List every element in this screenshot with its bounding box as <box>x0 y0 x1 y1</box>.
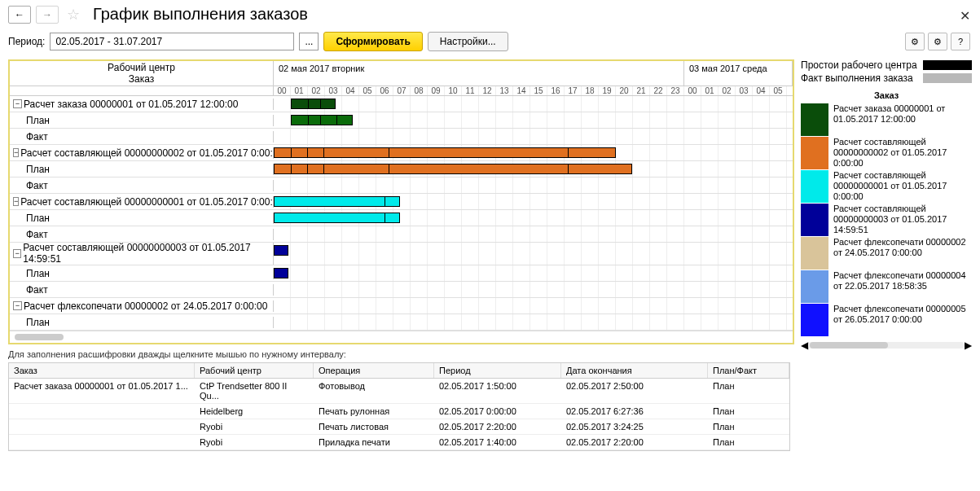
table-header[interactable]: Операция <box>314 363 434 378</box>
expander-icon[interactable]: − <box>13 249 21 258</box>
gantt-row-chart[interactable] <box>274 298 793 313</box>
help-button[interactable]: ? <box>951 33 970 50</box>
gantt-row[interactable]: План <box>10 314 793 331</box>
table-header[interactable]: План/Факт <box>708 363 789 378</box>
legend-item: Расчет заказа 00000001 от 01.05.2017 12:… <box>801 103 972 136</box>
hour-cell: 06 <box>376 86 393 95</box>
gantt-row[interactable]: −Расчет составляющей 00000000002 от 01.0… <box>10 145 793 161</box>
table-cell: Печать рулонная <box>314 404 434 419</box>
table-row[interactable]: RyobiПриладка печати02.05.2017 1:40:0002… <box>9 435 789 450</box>
expander-icon[interactable]: − <box>13 197 19 206</box>
gantt-row-chart[interactable] <box>274 282 793 297</box>
gantt-row[interactable]: План <box>10 210 793 226</box>
hour-cell: 20 <box>616 86 633 95</box>
table-header[interactable]: Период <box>434 363 561 378</box>
gantt-bar[interactable] <box>291 115 353 125</box>
gantt-row[interactable]: План <box>10 161 793 178</box>
period-label: Период: <box>8 36 45 47</box>
table-cell: 02.05.2017 3:24:25 <box>561 419 708 434</box>
gantt-row-chart[interactable] <box>274 161 793 177</box>
legend-item: Расчет флексопечати 00000002 от 24.05.20… <box>801 237 972 270</box>
expander-icon[interactable]: − <box>13 148 19 157</box>
page-title: График выполнения заказов <box>93 5 308 24</box>
settings-button[interactable]: Настройки... <box>428 32 508 51</box>
legend-swatch <box>801 137 828 169</box>
table-row[interactable]: HeidelbergПечать рулонная02.05.2017 0:00… <box>9 404 789 419</box>
gantt-row-label: −Расчет составляющей 00000000001 от 01.0… <box>10 196 274 208</box>
gantt-row-chart[interactable] <box>274 178 793 193</box>
hour-cell: 17 <box>565 86 582 95</box>
gantt-row-label: План <box>10 164 274 175</box>
legend-text: Расчет флексопечати 00000004 от 22.05.20… <box>833 270 972 303</box>
hour-cell: 21 <box>633 86 650 95</box>
hour-cell: 11 <box>462 86 479 95</box>
gantt-row-chart[interactable] <box>274 243 793 265</box>
table-header[interactable]: Заказ <box>9 363 195 378</box>
gantt-row-label: −Расчет флексопечати 00000002 от 24.05.2… <box>10 300 274 312</box>
period-input[interactable] <box>50 33 294 50</box>
gantt-bar[interactable] <box>274 164 632 174</box>
period-picker-button[interactable]: ... <box>299 33 319 50</box>
gantt-row-chart[interactable] <box>274 96 793 112</box>
gantt-row[interactable]: Факт <box>10 282 793 298</box>
table-header[interactable]: Дата окончания <box>561 363 708 378</box>
legend-item: Расчет составляющей 00000000003 от 01.05… <box>801 204 972 236</box>
hour-cell: 23 <box>667 86 684 95</box>
gantt-row-chart[interactable] <box>274 314 793 330</box>
table-cell: 02.05.2017 2:20:00 <box>434 419 561 434</box>
gantt-row[interactable]: −Расчет заказа 00000001 от 01.05.2017 12… <box>10 96 793 112</box>
back-button[interactable]: ← <box>8 6 31 24</box>
side-h-scrollbar[interactable]: ◀▶ <box>801 340 972 351</box>
legend-swatch <box>801 170 828 203</box>
hour-cell: 13 <box>496 86 513 95</box>
legend-text: Расчет составляющей 00000000003 от 01.05… <box>833 204 972 236</box>
gantt-bar[interactable] <box>274 196 400 207</box>
legend-swatch <box>923 73 972 83</box>
hour-cell: 05 <box>359 86 376 95</box>
gantt-row[interactable]: Факт <box>10 129 793 145</box>
expander-icon[interactable]: − <box>13 301 22 310</box>
table-row[interactable]: RyobiПечать листовая02.05.2017 2:20:0002… <box>9 419 789 435</box>
forward-button[interactable]: → <box>36 6 59 24</box>
gantt-bar[interactable] <box>274 268 288 278</box>
gantt-bar[interactable] <box>274 147 616 158</box>
gantt-row[interactable]: −Расчет составляющей 00000000001 от 01.0… <box>10 194 793 210</box>
gantt-row-chart[interactable] <box>274 226 793 242</box>
table-row[interactable]: Расчет заказа 00000001 от 01.05.2017 1..… <box>9 379 789 404</box>
gantt-row[interactable]: План <box>10 112 793 129</box>
gantt-row[interactable]: −Расчет флексопечати 00000002 от 24.05.2… <box>10 298 793 314</box>
gear-icon[interactable]: ⚙ <box>905 33 925 50</box>
gantt-h-scrollbar[interactable] <box>10 331 793 342</box>
table-cell: Приладка печати <box>314 435 434 449</box>
gantt-bar[interactable] <box>274 213 400 223</box>
gantt-bar[interactable] <box>274 245 288 256</box>
table-cell: Ryobi <box>195 419 314 434</box>
gantt-hours-header: 0001020304050607080910111213141516171819… <box>274 86 793 95</box>
generate-button[interactable]: Сформировать <box>323 32 422 51</box>
gantt-row-label: Факт <box>10 284 274 296</box>
gantt-row-chart[interactable] <box>274 194 793 209</box>
gantt-row[interactable]: План <box>10 265 793 282</box>
gantt-row-chart[interactable] <box>274 210 793 226</box>
hour-cell: 04 <box>753 86 770 95</box>
legend-swatch <box>801 304 828 336</box>
gantt-row[interactable]: Факт <box>10 178 793 194</box>
expander-icon[interactable]: − <box>13 99 22 108</box>
table-cell: 02.05.2017 2:20:00 <box>561 435 708 449</box>
gantt-chart[interactable]: Рабочий центр Заказ 02 мая 2017 вторник … <box>8 59 794 344</box>
gantt-row[interactable]: Факт <box>10 226 793 243</box>
gantt-row-chart[interactable] <box>274 265 793 281</box>
hour-cell: 10 <box>445 86 462 95</box>
table-header[interactable]: Рабочий центр <box>195 363 314 378</box>
gantt-row[interactable]: −Расчет составляющей 00000000003 от 01.0… <box>10 243 793 265</box>
legend-swatch <box>801 103 828 136</box>
close-icon[interactable]: ✕ <box>960 8 970 24</box>
gantt-row-chart[interactable] <box>274 112 793 128</box>
options-icon[interactable]: ⚙ <box>928 33 947 50</box>
gantt-row-chart[interactable] <box>274 129 793 144</box>
gantt-row-chart[interactable] <box>274 145 793 160</box>
legend-text: Расчет заказа 00000001 от 01.05.2017 12:… <box>833 103 972 136</box>
gantt-bar[interactable] <box>291 99 336 109</box>
star-icon[interactable]: ☆ <box>67 6 80 24</box>
legend-item: Расчет флексопечати 00000005 от 26.05.20… <box>801 304 972 336</box>
